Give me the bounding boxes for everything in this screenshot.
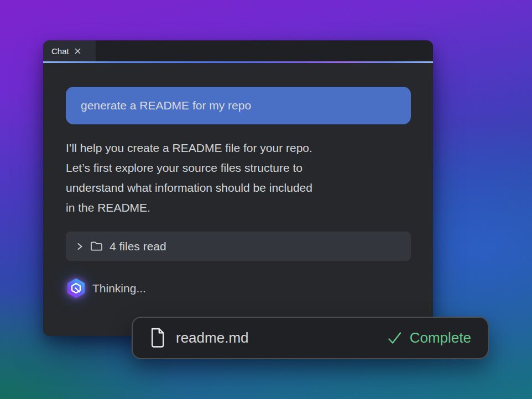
assistant-hexagon-logo-icon	[66, 278, 86, 298]
files-read-label: 4 files read	[109, 240, 166, 253]
assistant-message-line: understand what information should be in…	[66, 178, 410, 198]
accent-gradient-line	[43, 61, 433, 63]
filename-label: readme.md	[176, 329, 249, 347]
chat-window: Chat generate a README for my repo I’ll …	[43, 40, 433, 336]
files-read-expander[interactable]: 4 files read	[66, 232, 411, 261]
assistant-message-line: in the README.	[66, 198, 410, 218]
tab-bar: Chat	[43, 40, 433, 61]
assistant-message: I’ll help you create a README file for y…	[66, 138, 410, 218]
thinking-label: Thinking...	[92, 282, 146, 295]
user-message-text: generate a README for my repo	[81, 99, 251, 112]
user-message-bubble: generate a README for my repo	[66, 87, 411, 124]
folder-icon	[90, 241, 103, 251]
desktop-background: Chat generate a README for my repo I’ll …	[0, 0, 532, 399]
assistant-message-line: Let’s first explore your source files st…	[66, 158, 410, 178]
close-icon[interactable]	[74, 48, 81, 55]
document-icon	[149, 328, 165, 348]
chat-body: generate a README for my repo I’ll help …	[43, 61, 433, 298]
status-complete-label: Complete	[410, 329, 471, 347]
chevron-right-icon	[76, 242, 84, 251]
checkmark-icon	[387, 331, 403, 345]
tab-chat[interactable]: Chat	[43, 40, 96, 61]
tab-chat-label: Chat	[51, 46, 69, 56]
assistant-message-line: I’ll help you create a README file for y…	[66, 138, 410, 158]
file-status-card: readme.md Complete	[132, 317, 489, 359]
thinking-status: Thinking...	[66, 278, 410, 298]
